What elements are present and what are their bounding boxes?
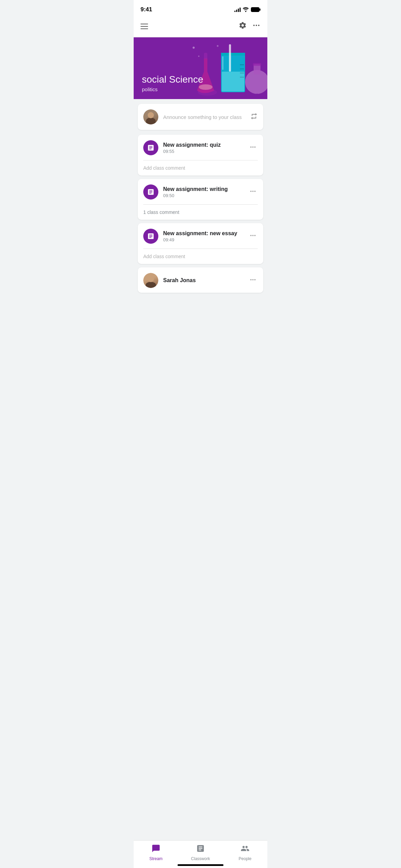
signal-icon bbox=[234, 7, 241, 12]
battery-icon bbox=[251, 7, 260, 12]
assignment-title-1: New assignment: writing bbox=[163, 186, 243, 192]
header bbox=[134, 17, 267, 37]
svg-point-27 bbox=[251, 146, 252, 147]
assignment-header-2: New assignment: new essay 09:49 bbox=[138, 223, 263, 249]
person-more[interactable] bbox=[248, 275, 258, 286]
announce-card[interactable]: Announce something to your class bbox=[138, 104, 263, 130]
stream-content: Announce something to your class New ass… bbox=[134, 104, 267, 324]
assignment-title-0: New assignment: quiz bbox=[163, 142, 243, 148]
svg-rect-10 bbox=[221, 53, 245, 56]
svg-point-30 bbox=[251, 191, 252, 192]
svg-rect-20 bbox=[253, 63, 261, 66]
svg-point-5 bbox=[258, 25, 259, 26]
assignment-icon-0 bbox=[143, 140, 158, 155]
person-avatar bbox=[143, 273, 158, 288]
svg-point-31 bbox=[252, 191, 253, 192]
assignment-comment-2[interactable]: Add class comment bbox=[138, 249, 263, 264]
svg-line-22 bbox=[261, 94, 265, 98]
status-bar: 9:41 bbox=[134, 0, 267, 17]
assignment-card-1[interactable]: New assignment: writing 09:50 1 class co… bbox=[138, 179, 263, 220]
assignment-card-2[interactable]: New assignment: new essay 09:49 Add clas… bbox=[138, 223, 263, 264]
assignment-title-2: New assignment: new essay bbox=[163, 230, 243, 237]
person-name-info: Sarah Jonas bbox=[163, 277, 243, 284]
assignment-header-1: New assignment: writing 09:50 bbox=[138, 179, 263, 204]
svg-point-34 bbox=[252, 235, 253, 236]
assignment-info-2: New assignment: new essay 09:49 bbox=[163, 230, 243, 242]
svg-rect-17 bbox=[222, 56, 223, 70]
assignment-comment-1[interactable]: 1 class comment bbox=[138, 205, 263, 220]
svg-point-36 bbox=[251, 279, 252, 280]
assignment-info-1: New assignment: writing 09:50 bbox=[163, 186, 243, 198]
repeat-icon bbox=[250, 112, 258, 122]
svg-point-24 bbox=[193, 47, 195, 49]
assignment-comment-0[interactable]: Add class comment bbox=[138, 160, 263, 176]
assignment-info-0: New assignment: quiz 09:55 bbox=[163, 142, 243, 154]
svg-rect-16 bbox=[229, 44, 231, 72]
header-actions bbox=[239, 21, 260, 32]
svg-point-26 bbox=[217, 45, 219, 47]
wifi-icon bbox=[243, 7, 249, 12]
assignment-time-1: 09:50 bbox=[163, 193, 243, 198]
assignment-card-0[interactable]: New assignment: quiz 09:55 Add class com… bbox=[138, 135, 263, 176]
menu-button[interactable] bbox=[141, 24, 148, 29]
svg-point-35 bbox=[254, 235, 255, 236]
svg-point-4 bbox=[256, 25, 257, 26]
svg-point-38 bbox=[254, 279, 255, 280]
announce-placeholder: Announce something to your class bbox=[163, 114, 245, 120]
assignment-header-0: New assignment: quiz 09:55 bbox=[138, 135, 263, 160]
settings-button[interactable] bbox=[239, 21, 247, 32]
status-time: 9:41 bbox=[141, 6, 152, 13]
svg-point-37 bbox=[252, 279, 253, 280]
assignment-more-2[interactable] bbox=[248, 231, 258, 242]
person-name: Sarah Jonas bbox=[163, 277, 243, 284]
svg-point-25 bbox=[198, 56, 199, 57]
class-subtitle: politics bbox=[142, 86, 259, 92]
assignment-time-2: 09:49 bbox=[163, 237, 243, 242]
svg-point-33 bbox=[251, 235, 252, 236]
svg-point-29 bbox=[254, 146, 255, 147]
svg-point-3 bbox=[253, 25, 255, 26]
assignment-icon-2 bbox=[143, 229, 158, 244]
status-icons bbox=[234, 7, 260, 12]
class-banner: social Science politics bbox=[134, 37, 267, 99]
svg-line-21 bbox=[250, 94, 253, 98]
more-options-button[interactable] bbox=[252, 21, 260, 32]
class-title: social Science bbox=[142, 74, 259, 85]
svg-rect-2 bbox=[252, 8, 259, 12]
assignment-icon-1 bbox=[143, 184, 158, 200]
person-header: Sarah Jonas bbox=[138, 267, 263, 293]
person-card[interactable]: Sarah Jonas bbox=[138, 267, 263, 293]
svg-rect-1 bbox=[259, 9, 260, 11]
svg-point-32 bbox=[254, 191, 255, 192]
assignment-more-0[interactable] bbox=[248, 142, 258, 154]
user-avatar bbox=[143, 109, 158, 124]
svg-rect-7 bbox=[204, 53, 207, 59]
assignment-time-0: 09:55 bbox=[163, 149, 243, 154]
assignment-more-1[interactable] bbox=[248, 186, 258, 198]
svg-point-28 bbox=[252, 146, 253, 147]
